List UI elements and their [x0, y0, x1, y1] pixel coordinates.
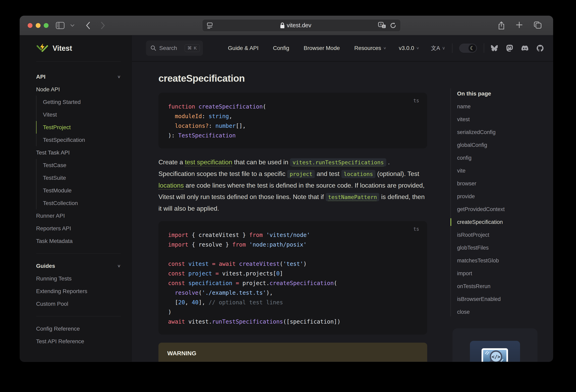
- outline-item[interactable]: provide: [457, 190, 553, 203]
- close-window-button[interactable]: [28, 23, 32, 28]
- page-title: createSpecification: [158, 73, 427, 84]
- nav-item[interactable]: Guide & API: [228, 45, 261, 51]
- sponsor-image: </>: [470, 341, 520, 362]
- logo-text: Vitest: [53, 44, 72, 53]
- new-tab-icon[interactable]: [516, 21, 523, 30]
- outline-item[interactable]: vite: [457, 164, 553, 177]
- chevron-down-icon: ∨: [117, 74, 121, 79]
- tab-overview-icon[interactable]: [533, 21, 542, 30]
- sidebar-item[interactable]: Vitest: [36, 108, 121, 121]
- chevron-down-icon: ∨: [442, 46, 445, 51]
- search-icon: [150, 45, 156, 51]
- nav-item[interactable]: Resources ∨: [354, 45, 386, 51]
- discord-icon[interactable]: [521, 45, 528, 52]
- divider: [484, 43, 484, 53]
- sidebar-item[interactable]: Guides ∨: [36, 260, 121, 272]
- search-label: Search: [159, 45, 177, 51]
- share-icon[interactable]: [498, 21, 505, 30]
- outline-title: On this page: [457, 87, 553, 100]
- nav-item[interactable]: Config: [273, 45, 291, 51]
- outline-item[interactable]: globalConfig: [457, 139, 553, 151]
- theme-toggle[interactable]: ☾: [459, 44, 477, 53]
- outline-item[interactable]: onTestsRerun: [457, 280, 553, 293]
- warning-title: WARNING: [167, 350, 418, 357]
- outline-item[interactable]: getProvidedContext: [457, 203, 553, 216]
- chevron-down-icon: ∨: [383, 46, 386, 50]
- chevron-down-icon: ∨: [117, 264, 121, 268]
- sidebar-item[interactable]: Getting Started: [36, 96, 121, 108]
- outline-item[interactable]: config: [457, 151, 553, 164]
- outline-item[interactable]: close: [457, 305, 553, 318]
- outline-list: name vitest serializedConfig globalConfi…: [457, 100, 553, 318]
- sidebar-item[interactable]: Runner API: [36, 210, 121, 222]
- reload-icon[interactable]: [390, 22, 397, 29]
- sidebar-item[interactable]: API ∨: [36, 70, 121, 83]
- search-shortcut: ⌘ K: [185, 44, 200, 52]
- code-lang-badge: ts: [413, 224, 419, 234]
- url-text: vitest.dev: [287, 22, 312, 29]
- sidebar-item[interactable]: Node API: [36, 83, 121, 96]
- logo[interactable]: Vitest: [36, 35, 121, 61]
- browser-window: vitest.dev A文: [20, 16, 553, 362]
- sidebar-item[interactable]: Reporters API: [36, 222, 121, 235]
- outline-item[interactable]: name: [457, 100, 553, 113]
- language-selector[interactable]: 文A ∨: [431, 45, 445, 52]
- sidebar-toggle-icon[interactable]: [56, 22, 65, 29]
- description-paragraph: Create a test specification that can be …: [158, 156, 427, 214]
- svg-text:</>: </>: [491, 354, 500, 360]
- chevron-down-icon: ∨: [416, 46, 419, 50]
- traffic-lights: [28, 23, 49, 28]
- minimize-window-button[interactable]: [36, 23, 40, 28]
- sidebar-item[interactable]: TestProject: [36, 121, 121, 134]
- sidebar-item[interactable]: TestCase: [36, 159, 121, 172]
- mastodon-icon[interactable]: [506, 45, 513, 52]
- sidebar-item[interactable]: [36, 253, 121, 254]
- translate-icon[interactable]: A文: [378, 22, 386, 29]
- main-nav: Guide & API Config Browser Mode Resource…: [228, 45, 419, 51]
- outline-item[interactable]: matchesTestGlob: [457, 254, 553, 267]
- sidebar-item[interactable]: Config Reference: [36, 322, 121, 335]
- moon-icon: ☾: [468, 44, 476, 52]
- sponsor-card[interactable]: </>: [453, 329, 538, 362]
- reader-icon[interactable]: [206, 22, 213, 29]
- svg-text:A: A: [380, 23, 382, 26]
- nav-item[interactable]: Browser Mode: [304, 45, 342, 51]
- sidebar-item[interactable]: TestSuite: [36, 172, 121, 184]
- nav-item[interactable]: v3.0.0 ∨: [399, 45, 419, 51]
- outline-item[interactable]: serializedConfig: [457, 126, 553, 139]
- sidebar-item[interactable]: Running Tests: [36, 272, 121, 285]
- sidebar-item[interactable]: Task Metadata: [36, 235, 121, 247]
- outline-item[interactable]: browser: [457, 177, 553, 190]
- sidebar-item[interactable]: TestSpecification: [36, 134, 121, 146]
- outline-panel: On this page name vitest serializedConfi…: [450, 61, 553, 362]
- search-input[interactable]: Search ⌘ K: [146, 40, 203, 56]
- sidebar-item[interactable]: [36, 316, 121, 316]
- outline-item[interactable]: isBrowserEnabled: [457, 293, 553, 305]
- zoom-window-button[interactable]: [44, 23, 49, 28]
- sidebar-chevron-icon[interactable]: [70, 24, 75, 27]
- sidebar-item[interactable]: Extending Reporters: [36, 285, 121, 298]
- bluesky-icon[interactable]: [491, 45, 498, 52]
- site-header: Search ⌘ K Guide & API Config Browser Mo…: [132, 35, 553, 61]
- address-bar[interactable]: vitest.dev A文: [202, 19, 401, 32]
- sidebar-item[interactable]: Test Task API: [36, 146, 121, 159]
- github-icon[interactable]: [537, 45, 544, 52]
- outline-item[interactable]: globTestFiles: [457, 241, 553, 254]
- forward-button[interactable]: [101, 22, 105, 29]
- sidebar-item[interactable]: Custom Pool: [36, 298, 121, 310]
- vitest-logo-icon: [36, 42, 49, 54]
- outline-item[interactable]: isRootProject: [457, 229, 553, 241]
- sidebar-item[interactable]: Test API Reference: [36, 335, 121, 348]
- warning-callout: WARNING createSpecification expects reso…: [158, 343, 427, 362]
- code-lang-badge: ts: [413, 96, 419, 106]
- lock-icon: [280, 22, 285, 29]
- back-button[interactable]: [86, 22, 90, 29]
- outline-item[interactable]: createSpecification: [457, 216, 553, 229]
- sidebar-item[interactable]: TestCollection: [36, 197, 121, 210]
- sidebar-item[interactable]: TestModule: [36, 184, 121, 197]
- outline-item[interactable]: import: [457, 267, 553, 280]
- translate-icon: 文A: [431, 45, 440, 52]
- doc-content: createSpecification ts function createSp…: [158, 61, 427, 362]
- outline-item[interactable]: vitest: [457, 113, 553, 126]
- sidebar-nav: API ∨ Node API Getting Started Vitest Te…: [36, 61, 132, 348]
